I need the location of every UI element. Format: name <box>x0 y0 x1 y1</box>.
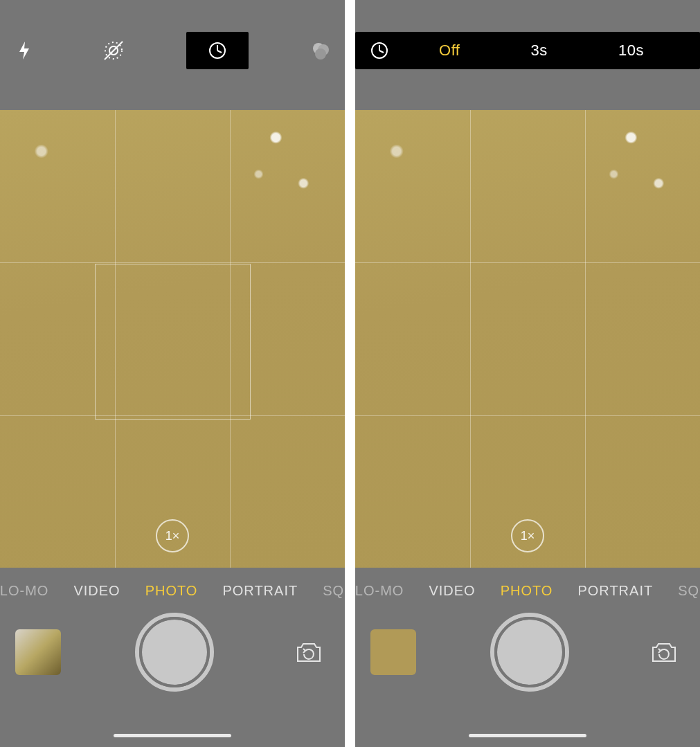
timer-button[interactable] <box>186 32 249 69</box>
grid-overlay <box>355 110 700 568</box>
zoom-label: 1× <box>521 529 535 543</box>
home-indicator[interactable] <box>469 734 586 737</box>
mode-photo[interactable]: PHOTO <box>501 583 553 599</box>
mode-selector[interactable]: SLO-MO VIDEO PHOTO PORTRAIT SQU <box>355 580 700 601</box>
last-photo-thumbnail[interactable] <box>15 629 61 675</box>
mode-photo[interactable]: PHOTO <box>145 583 198 599</box>
live-photo-off-icon <box>102 39 125 62</box>
camera-screen-timer-options: Off 3s 10s 1× SLO-MO VIDEO PHOTO PORTRAI… <box>355 0 700 747</box>
camera-flip-button[interactable] <box>288 631 330 673</box>
filters-icon <box>310 40 331 61</box>
grid-overlay <box>0 110 345 568</box>
timer-icon <box>369 40 390 61</box>
filters-button[interactable] <box>303 33 338 68</box>
mode-square[interactable]: SQU <box>678 583 700 599</box>
flash-icon <box>17 40 32 61</box>
mode-slo-mo[interactable]: SLO-MO <box>0 583 48 599</box>
zoom-label: 1× <box>165 529 180 543</box>
flash-button[interactable] <box>7 33 42 68</box>
zoom-button[interactable]: 1× <box>511 519 544 552</box>
camera-screen-timer-button: 1× SLO-MO VIDEO PHOTO PORTRAIT SQU <box>0 0 345 747</box>
mode-portrait[interactable]: PORTRAIT <box>577 583 653 599</box>
mode-square[interactable]: SQU <box>323 583 345 599</box>
svg-line-2 <box>105 42 123 60</box>
mode-selector[interactable]: SLO-MO VIDEO PHOTO PORTRAIT SQU <box>0 580 345 601</box>
live-photo-button[interactable] <box>96 33 131 68</box>
svg-line-11 <box>379 51 384 53</box>
svg-point-8 <box>315 48 326 60</box>
camera-flip-button[interactable] <box>643 631 685 673</box>
timer-icon <box>207 40 228 61</box>
bottom-controls: SLO-MO VIDEO PHOTO PORTRAIT SQU <box>355 568 700 747</box>
top-controls <box>0 32 345 69</box>
camera-flip-icon <box>649 639 679 665</box>
mode-portrait[interactable]: PORTRAIT <box>222 583 298 599</box>
mode-slo-mo[interactable]: SLO-MO <box>355 583 404 599</box>
last-photo-thumbnail[interactable] <box>370 629 416 675</box>
timer-option-off[interactable]: Off <box>439 42 460 60</box>
viewfinder[interactable]: 1× <box>355 110 700 568</box>
viewfinder[interactable]: 1× <box>0 110 345 568</box>
timer-button[interactable] <box>355 32 404 69</box>
focus-indicator <box>95 264 251 420</box>
shutter-button[interactable] <box>497 620 562 685</box>
camera-flip-icon <box>294 639 324 665</box>
timer-option-3s[interactable]: 3s <box>531 42 548 60</box>
timer-option-10s[interactable]: 10s <box>618 42 644 60</box>
mode-video[interactable]: VIDEO <box>73 583 120 599</box>
svg-line-5 <box>217 51 222 53</box>
shutter-button[interactable] <box>142 620 207 685</box>
home-indicator[interactable] <box>114 734 231 737</box>
bottom-controls: SLO-MO VIDEO PHOTO PORTRAIT SQU <box>0 568 345 747</box>
mode-video[interactable]: VIDEO <box>429 583 475 599</box>
timer-options-bar: Off 3s 10s <box>355 32 700 69</box>
zoom-button[interactable]: 1× <box>156 519 189 552</box>
